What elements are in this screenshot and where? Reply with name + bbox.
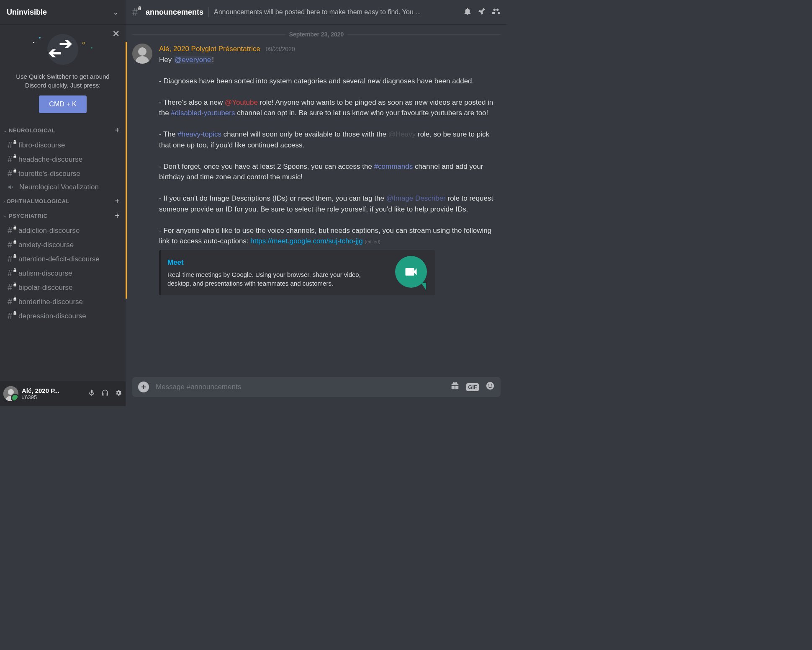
hash-lock-icon: # [8,297,16,307]
message-avatar[interactable] [132,44,152,64]
mention-everyone[interactable]: @everyone [174,56,212,64]
channel-name: borderline-discourse [18,298,83,306]
message-author[interactable]: Alé, 2020 Polyglot Présentatrice [159,45,260,53]
category-header[interactable]: ›OPHTHALMOLOGICAL+ [2,194,123,209]
hash-lock-icon: # [132,6,141,18]
svg-point-1 [8,389,14,395]
mention-heavy-topics[interactable]: #heavy-topics [177,130,221,138]
gift-icon[interactable] [450,381,460,393]
add-channel-button[interactable]: + [115,211,120,221]
quick-switcher-button[interactable]: CMD + K [39,95,86,113]
channel-item[interactable]: #depression-discourse [2,309,123,323]
message-input[interactable]: + Message #announcements GIF [132,377,501,397]
channel-item[interactable]: #fibro-discourse [2,138,123,152]
channel-name: anxiety-discourse [18,241,74,249]
message-timestamp: 09/23/2020 [266,46,295,52]
hash-lock-icon: # [8,169,16,178]
input-placeholder: Message #announcements [156,383,444,391]
channel-title: announcements [146,8,203,17]
main: # announcements Announcements will be po… [126,0,507,406]
attach-button[interactable]: + [138,382,149,392]
channel-item[interactable]: #autism-discourse [2,266,123,280]
arrow-left-icon: ➔ [48,44,62,62]
category-header[interactable]: ⌄PSYCHIATRIC+ [2,209,123,223]
mention-disabled-youtubers[interactable]: #disabled-youtubers [171,109,235,117]
embed: Meet Real-time meetings by Google. Using… [159,250,435,295]
channel-item[interactable]: #addiction-discourse [2,224,123,237]
channel-name: addiction-discourse [18,227,80,235]
category-header[interactable]: ⌄NEUROLOGICAL+ [2,123,123,138]
channel-item[interactable]: #bipolar-discourse [2,281,123,294]
channel-name: bipolar-discourse [18,284,72,292]
gif-button[interactable]: GIF [466,383,479,391]
hash-lock-icon: # [8,226,16,235]
chevron-icon: › [3,199,5,204]
channel-name: Neurological Vocalization [19,183,99,191]
svg-point-6 [486,382,494,389]
members-icon[interactable] [491,7,501,18]
channel-name: autism-discourse [18,269,72,278]
date-text: September 23, 2020 [286,31,347,38]
sidebar: Uninvisible ⌄ ✕ ➔ ➔ Use Quick Switcher t… [0,0,126,406]
channel-item[interactable]: #anxiety-discourse [2,238,123,252]
user-tag: #6395 [22,394,88,400]
svg-point-7 [488,384,489,386]
svg-point-8 [491,384,492,386]
input-area: + Message #announcements GIF [126,377,507,406]
google-meet-icon [395,256,427,288]
mention-commands[interactable]: #commands [374,162,413,170]
server-header[interactable]: Uninvisible ⌄ [0,0,126,24]
embed-thumb [395,256,429,289]
emoji-icon[interactable] [486,381,495,393]
message: Alé, 2020 Polyglot Présentatrice 09/23/2… [132,42,501,299]
user-info: Alé, 2020 P... #6395 [22,387,88,400]
hash-lock-icon: # [8,155,16,164]
quick-switcher-panel: ✕ ➔ ➔ Use Quick Switcher to get around D… [0,24,126,121]
avatar[interactable] [3,386,18,401]
channel-item[interactable]: Neurological Vocalization [2,181,123,193]
quick-switcher-graphic: ➔ ➔ [31,33,94,66]
quick-switcher-desc: Use Quick Switcher to get around Discord… [5,72,121,90]
category-name: PSYCHIATRIC [9,213,48,219]
hash-lock-icon: # [8,268,16,278]
divider [208,7,209,17]
channel-name: depression-discourse [18,312,86,320]
mention-youtube-role[interactable]: @Youtube [225,98,258,106]
server-name: Uninvisible [7,8,47,17]
mic-icon[interactable] [88,388,95,399]
channel-topic[interactable]: Announcements will be posted here to mak… [214,8,458,16]
channel-name: tourette's-discourse [18,170,80,178]
channel-item[interactable]: #tourette's-discourse [2,167,123,181]
chevron-icon: ⌄ [3,213,7,219]
messages[interactable]: September 23, 2020 Alé, 2020 Polyglot Pr… [126,24,507,377]
category-name: NEUROLOGICAL [9,127,55,134]
headphones-icon[interactable] [101,388,109,399]
message-content: Alé, 2020 Polyglot Présentatrice 09/23/2… [159,44,501,295]
hash-lock-icon: # [8,254,16,264]
channel-item[interactable]: #borderline-discourse [2,295,123,309]
mention-heavy-role[interactable]: @Heavy [388,130,416,138]
channel-name: headache-discourse [18,155,82,164]
speaker-icon [8,183,17,191]
embed-title[interactable]: Meet [167,257,385,268]
channel-item[interactable]: #headache-discourse [2,152,123,166]
gear-icon[interactable] [115,388,122,399]
channel-item[interactable]: #attention-deficit-discourse [2,252,123,266]
bell-icon[interactable] [463,7,472,18]
user-panel: Alé, 2020 P... #6395 [0,381,126,406]
pin-icon[interactable] [477,7,486,18]
edited-tag: (edited) [365,239,380,244]
meet-link[interactable]: https://meet.google.com/suj-tcho-jjg [250,237,362,245]
channel-name: fibro-discourse [18,141,65,150]
mention-image-describer-role[interactable]: @Image Describer [386,194,446,202]
channel-list[interactable]: ⌄NEUROLOGICAL+#fibro-discourse#headache-… [0,121,126,381]
embed-desc: Real-time meetings by Google. Using your… [167,270,385,288]
add-channel-button[interactable]: + [115,196,120,206]
channel-name: attention-deficit-discourse [18,255,100,263]
user-name: Alé, 2020 P... [22,387,88,394]
add-channel-button[interactable]: + [115,126,120,135]
hash-lock-icon: # [8,283,16,292]
message-text: Hey @everyone! - Diagnoses have been sor… [159,54,501,247]
channel-header: # announcements Announcements will be po… [126,0,507,24]
close-icon[interactable]: ✕ [112,28,120,39]
